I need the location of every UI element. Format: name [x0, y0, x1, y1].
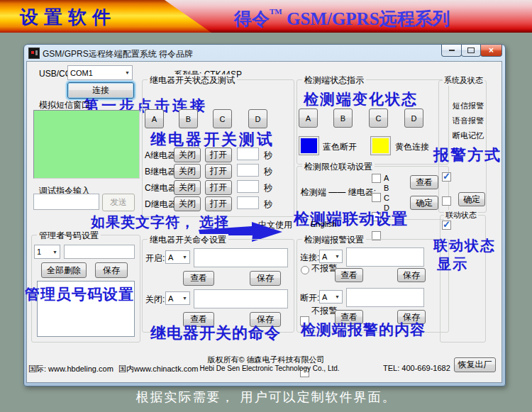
linkage-checkbox-a[interactable]: ✓: [372, 174, 381, 183]
footer-copyright-en: Hebi De Sen Electronic Technology Co., L…: [177, 364, 362, 372]
relay-a-open-button[interactable]: 打开: [205, 147, 232, 162]
annotation-linkage-line1: 联动状态: [433, 236, 496, 255]
alarm-connect-input[interactable]: [346, 247, 424, 267]
alarm-setting-group-title: 检测端报警设置: [302, 234, 366, 246]
linkage-view-button[interactable]: 查看: [410, 175, 438, 189]
bottom-caption: 根据实际需要， 用户可以定制软件界面。: [0, 389, 532, 406]
dropdown-arrow-icon: ▼: [125, 70, 132, 75]
com-port-select[interactable]: COM1 ▼: [67, 65, 133, 80]
maximize-button[interactable]: [461, 45, 481, 57]
relay-test-button-b[interactable]: B: [179, 109, 198, 128]
limit-linkage-line-label: 检测端 —— 继电器:: [301, 186, 376, 199]
relay-c-seconds-input[interactable]: [237, 180, 259, 193]
screen: 设置软件 得令TM GSM/GPRS远程系列 GSM/GPRS远程终端配置系统 …: [0, 0, 532, 412]
debug-command-input[interactable]: [33, 194, 99, 210]
com-port-value: COM1: [68, 69, 93, 77]
alarm-connect-select[interactable]: A ▼: [319, 250, 343, 263]
relay-test-button-c[interactable]: C: [213, 109, 232, 128]
linkage-option-label: C: [384, 194, 389, 202]
alarm-disconnect-select-value: A: [320, 293, 327, 301]
trademark-mark: TM: [270, 7, 282, 16]
relay-cmd-open-input[interactable]: [194, 248, 288, 267]
series-title: GSM/GPRS远程系列: [282, 9, 450, 28]
detect-button-c[interactable]: C: [369, 108, 388, 128]
annotation-admin-set: 管理员号码设置: [25, 284, 134, 304]
detect-button-b[interactable]: B: [333, 108, 353, 128]
annotation-detect-change: 检测端变化状态: [304, 89, 418, 109]
alarm-connect-view-button[interactable]: 查看: [335, 268, 363, 282]
relay-cmd-open-save-button[interactable]: 保存: [250, 271, 281, 286]
blue-status-label: 蓝色断开: [323, 141, 357, 153]
relay-cmd-open-view-button[interactable]: 查看: [183, 271, 214, 286]
detect-button-a[interactable]: A: [299, 108, 318, 128]
relay-a-close-button[interactable]: 关闭: [174, 147, 201, 162]
dropdown-arrow-icon: ▼: [335, 254, 342, 259]
minimize-icon: [449, 50, 455, 51]
linkage-status-group-title: 联动状态: [444, 210, 478, 221]
annotation-linkage-line2: 显示: [437, 255, 468, 274]
sms-alarm-label: 短信报警: [453, 101, 484, 111]
voice-alarm-label: 语音报警: [453, 116, 484, 126]
admin-index-value: 1: [35, 247, 41, 256]
voice-alarm-checkbox[interactable]: ✓: [442, 196, 451, 206]
footer-intl-site: 国际: www.hbdeling.com: [28, 364, 113, 374]
yellow-status-label: 黄色连接: [395, 141, 429, 153]
send-button[interactable]: 发送: [102, 194, 135, 211]
english-radio-label: English: [311, 220, 336, 228]
sms-alarm-checkbox[interactable]: ✓: [442, 172, 451, 182]
relay-a-seconds-input[interactable]: [237, 147, 259, 160]
close-button[interactable]: ×: [480, 45, 502, 57]
relay-d-seconds-input[interactable]: [237, 196, 259, 209]
relay-b-seconds-input[interactable]: [237, 164, 259, 177]
annotation-alarm-mode: 报警方式: [433, 145, 501, 166]
minimize-button[interactable]: [441, 45, 462, 57]
system-ok-button[interactable]: 确定: [458, 192, 485, 206]
relay-test-button-d[interactable]: D: [248, 109, 267, 128]
relay-test-button-a[interactable]: A: [145, 109, 164, 128]
dropdown-arrow-icon: ▼: [182, 296, 189, 301]
relay-b-unit-label: 秒: [264, 166, 272, 178]
alarm-disconnect-input[interactable]: [346, 288, 424, 307]
dropdown-arrow-icon: ▼: [52, 250, 60, 255]
relay-c-open-button[interactable]: 打开: [205, 180, 232, 195]
admin-save-button[interactable]: 保存: [95, 262, 128, 278]
annotation-alarm-content: 检测端报警的内容: [301, 320, 426, 340]
power-memory-label: 断电记忆: [453, 130, 484, 141]
detect-button-d[interactable]: D: [404, 108, 423, 128]
linkage-ok-button[interactable]: 确定: [410, 196, 438, 210]
relay-cmd-close-label: 关闭:: [145, 294, 165, 306]
relay-cmd-open-label: 开启:: [145, 252, 165, 265]
relay-cmd-close-select[interactable]: A ▼: [165, 291, 190, 305]
relay-cmd-open-select[interactable]: A ▼: [165, 250, 190, 264]
banner: 设置软件 得令TM GSM/GPRS远程系列: [0, 0, 532, 33]
maximize-icon: [467, 48, 475, 53]
limit-linkage-group-title: 检测限位联动设置: [302, 161, 375, 173]
window-title: GSM/GPRS远程终端配置系统 得令品牌: [43, 48, 193, 60]
alarm-disconnect-select[interactable]: A ▼: [319, 290, 343, 304]
relay-c-close-button[interactable]: 关闭: [174, 180, 201, 195]
relay-d-close-button[interactable]: 关闭: [174, 196, 201, 211]
relay-b-open-button[interactable]: 打开: [205, 164, 232, 179]
admin-number-input[interactable]: [64, 245, 135, 259]
relay-cmd-close-input[interactable]: [194, 289, 288, 308]
footer-tel: TEL: 400-669-1682: [383, 364, 450, 372]
alarm-connect-save-button[interactable]: 保存: [397, 268, 426, 282]
linkage-status-group: 联动状态: [440, 215, 486, 343]
banner-right-title: 得令TM GSM/GPRS远程系列: [234, 7, 450, 30]
yellow-status-indicator: [370, 136, 391, 155]
delete-all-button[interactable]: 全部删除: [41, 262, 87, 278]
system-status-group-title: 系统及状态: [443, 75, 484, 86]
relay-d-open-button[interactable]: 打开: [205, 196, 232, 211]
relay-b-close-button[interactable]: 关闭: [174, 164, 201, 179]
blue-status-indicator: [299, 136, 319, 155]
linkage-option-label: A: [384, 174, 389, 182]
factory-reset-button[interactable]: 恢复出厂: [454, 357, 496, 372]
alarm-connect-select-value: A: [320, 252, 327, 261]
alarm-disconnect-noalarm-label: 不报警: [311, 305, 337, 317]
linkage-checkbox-b[interactable]: ✓: [372, 193, 381, 202]
admin-index-select[interactable]: 1 ▼: [34, 245, 60, 259]
relay-a-unit-label: 秒: [264, 150, 272, 162]
relay-cmd-open-select-value: A: [166, 253, 173, 262]
relay-test-group-title: 继电器开关状态及测试: [148, 74, 237, 87]
alarm-disconnect-label: 断开:: [300, 292, 319, 304]
